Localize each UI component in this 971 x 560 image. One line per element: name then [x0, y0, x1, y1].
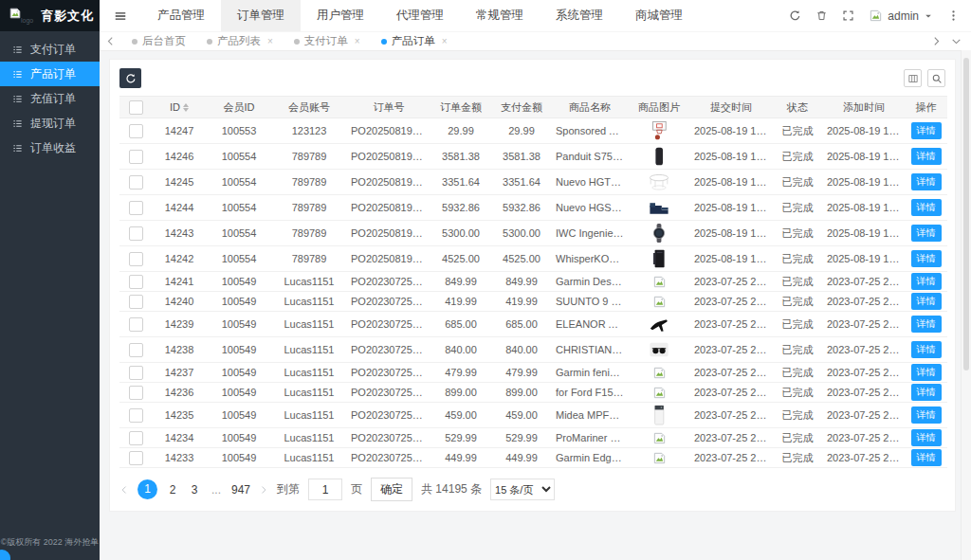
list-icon	[12, 45, 23, 55]
sidebar-item-4[interactable]: 订单收益	[0, 135, 100, 160]
row-checkbox[interactable]	[129, 175, 143, 190]
cell-add-time: 2023-07-25 21:...	[823, 312, 905, 337]
sidebar-item-3[interactable]: 提现订单	[0, 111, 100, 135]
filter-columns-button[interactable]	[904, 69, 922, 87]
avatar-broken-image-icon	[869, 9, 883, 23]
page-1[interactable]: 1	[137, 479, 157, 499]
topnav-item-6[interactable]: 商城管理	[619, 0, 699, 31]
detail-button[interactable]: 详情	[911, 293, 942, 310]
detail-button[interactable]: 详情	[911, 199, 942, 216]
user-menu[interactable]: admin	[869, 9, 933, 23]
cell-submit-time: 2025-08-19 10:...	[690, 195, 772, 221]
table-search-button[interactable]	[927, 69, 945, 87]
detail-button[interactable]: 详情	[911, 406, 942, 424]
detail-button[interactable]: 详情	[911, 225, 942, 242]
cell-add-time: 2023-07-25 21:...	[823, 363, 905, 383]
row-checkbox[interactable]	[129, 317, 143, 332]
topnav-item-2[interactable]: 用户管理	[301, 0, 380, 31]
page-947[interactable]: 947	[231, 483, 250, 497]
corner-float-button[interactable]	[0, 550, 10, 560]
tabs-scroll-left[interactable]	[100, 36, 121, 46]
detail-button[interactable]: 详情	[911, 273, 942, 290]
top-navbar: 产品管理订单管理用户管理代理管理常规管理系统管理商城管理 admin	[100, 0, 971, 31]
topnav-item-0[interactable]: 产品管理	[141, 0, 221, 31]
next-page-button[interactable]	[259, 485, 268, 495]
close-tab-icon[interactable]: ×	[267, 36, 273, 46]
page-3[interactable]: 3	[188, 483, 201, 497]
cell-id: 14235	[152, 403, 207, 428]
row-checkbox[interactable]	[129, 431, 143, 445]
row-checkbox[interactable]	[129, 408, 143, 423]
tab-3[interactable]: 产品订单×	[371, 32, 458, 50]
table-row: 14239100549Lucas1151PO202307252...685.00…	[119, 312, 947, 337]
more-options-button[interactable]	[947, 9, 960, 22]
row-checkbox[interactable]	[129, 366, 143, 380]
cell-order_no: PO202307252...	[347, 448, 431, 468]
cell-action: 详情	[905, 312, 947, 337]
sidebar-toggle-button[interactable]	[100, 0, 141, 31]
detail-button[interactable]: 详情	[911, 316, 942, 333]
row-checkbox[interactable]	[129, 226, 143, 241]
cell-order_no: PO202307252...	[347, 428, 431, 448]
sidebar-item-0[interactable]: 支付订单	[0, 37, 100, 62]
row-checkbox[interactable]	[129, 386, 143, 400]
detail-button[interactable]: 详情	[911, 250, 942, 267]
header-checkbox-cell	[119, 97, 152, 118]
cell-id: 14242	[152, 246, 207, 272]
per-page-select[interactable]: 15 条/页	[490, 479, 555, 500]
cell-image	[628, 448, 690, 468]
tabs-scroll-right[interactable]	[931, 36, 942, 46]
topnav-item-4[interactable]: 常规管理	[460, 0, 540, 31]
close-tab-icon[interactable]: ×	[442, 36, 448, 46]
detail-button[interactable]: 详情	[911, 122, 942, 139]
close-tab-icon[interactable]: ×	[355, 36, 360, 46]
detail-button[interactable]: 详情	[911, 449, 942, 466]
header-0: ID	[152, 97, 207, 118]
row-checkbox[interactable]	[129, 201, 143, 215]
tab-0[interactable]: 后台首页	[121, 32, 196, 50]
row-checkbox[interactable]	[129, 343, 143, 357]
tabs-menu-button[interactable]	[951, 36, 962, 46]
topnav-item-3[interactable]: 代理管理	[380, 0, 460, 31]
jump-page-input[interactable]	[308, 479, 342, 500]
cell-member_id: 100549	[207, 337, 271, 363]
confirm-button[interactable]: 确定	[371, 478, 412, 501]
row-checkbox[interactable]	[129, 275, 143, 289]
detail-button[interactable]: 详情	[911, 384, 942, 401]
clear-cache-button[interactable]	[815, 9, 828, 22]
detail-button[interactable]: 详情	[911, 364, 942, 381]
row-checkbox[interactable]	[129, 451, 143, 465]
sidebar-menu: 支付订单产品订单充值订单提现订单订单收益	[0, 37, 100, 160]
header-2: 会员账号	[271, 97, 347, 118]
cell-account: 123123	[271, 118, 347, 144]
scrollbar-thumb[interactable]	[963, 58, 969, 370]
detail-button[interactable]: 详情	[911, 429, 942, 446]
cell-member_id: 100554	[207, 246, 271, 272]
table-refresh-button[interactable]	[119, 68, 141, 88]
fullscreen-button[interactable]	[842, 9, 854, 22]
sort-control[interactable]	[183, 103, 189, 112]
select-all-checkbox[interactable]	[129, 100, 143, 115]
page-2[interactable]: 2	[166, 483, 179, 497]
detail-button[interactable]: 详情	[911, 173, 942, 190]
sidebar-item-1[interactable]: 产品订单	[0, 62, 100, 86]
detail-button[interactable]: 详情	[911, 341, 942, 358]
topnav-item-1[interactable]: 订单管理	[221, 0, 301, 31]
cell-submit-time: 2023-07-25 21:...	[690, 383, 772, 403]
refresh-button[interactable]	[789, 9, 801, 22]
row-checkbox[interactable]	[129, 252, 143, 266]
topnav-item-5[interactable]: 系统管理	[540, 0, 619, 31]
tab-2[interactable]: 支付订单×	[284, 32, 371, 50]
tab-1[interactable]: 产品列表×	[196, 32, 284, 50]
prev-page-button[interactable]	[119, 485, 129, 495]
sidebar-item-2[interactable]: 充值订单	[0, 86, 100, 111]
refresh-icon	[789, 9, 801, 22]
sidebar-item-label: 订单收益	[30, 140, 76, 156]
row-checkbox[interactable]	[129, 150, 143, 164]
cell-id: 14233	[152, 448, 207, 468]
detail-button[interactable]: 详情	[911, 148, 942, 165]
table-row: 14244100554789789PO202508191...5932.8659…	[119, 195, 947, 221]
row-checkbox[interactable]	[129, 124, 143, 138]
page-scrollbar[interactable]	[961, 50, 971, 560]
row-checkbox[interactable]	[129, 295, 143, 309]
